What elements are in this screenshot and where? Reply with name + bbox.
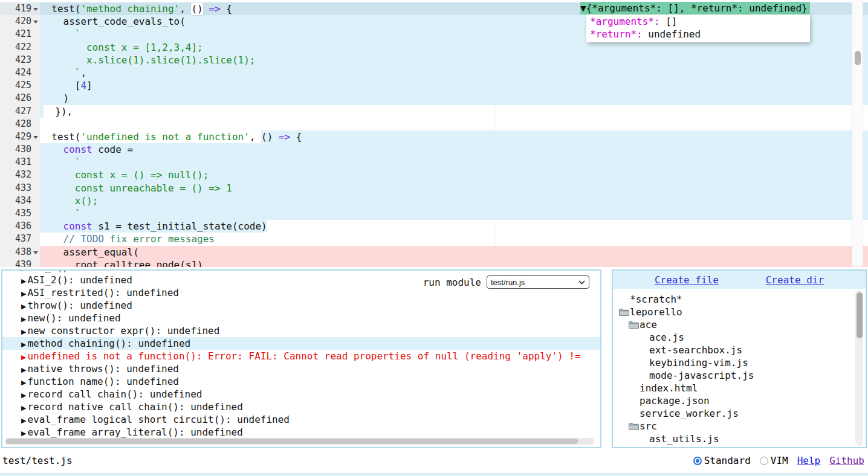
- expand-triangle-icon[interactable]: ▶: [21, 290, 26, 298]
- expand-triangle-icon[interactable]: ▶: [21, 391, 26, 399]
- radio-selected-icon[interactable]: [693, 457, 702, 465]
- test-result-item[interactable]: ▶eval_frame array_literal(): undefined: [2, 426, 600, 439]
- tree-item-folder[interactable]: src: [613, 420, 866, 433]
- tree-item-file[interactable]: ast_utils.js: [613, 433, 866, 445]
- code-line-424[interactable]: `,: [40, 66, 868, 79]
- code-line-428[interactable]: [40, 118, 868, 130]
- expand-triangle-icon[interactable]: ▶: [21, 303, 26, 310]
- output-scrollbar-thumb[interactable]: [6, 439, 578, 444]
- code-line-429[interactable]: test('undefined is not a function', () =…: [40, 130, 868, 143]
- editor-scrollbar-thumb[interactable]: [855, 51, 861, 65]
- gutter-line-434: 434: [0, 195, 40, 207]
- test-result-item[interactable]: ▶function name(): undefined: [2, 375, 600, 388]
- code-line-436[interactable]: const s1 = test_initial_state(code): [40, 220, 868, 233]
- output-horizontal-scrollbar[interactable]: [5, 438, 594, 445]
- test-result-item[interactable]: ▶eval_frame logical short circuit(): und…: [2, 413, 600, 426]
- test-result-text: eval_frame logical short circuit(): unde…: [27, 414, 289, 425]
- expand-triangle-icon[interactable]: ▶: [21, 269, 26, 272]
- code-line-435[interactable]: `: [40, 207, 868, 220]
- test-result-item[interactable]: ▶new(): undefined: [2, 312, 600, 324]
- tree-item-name: ace: [640, 318, 657, 331]
- test-result-item[interactable]: ▶new constructor expr(): undefined: [2, 324, 600, 337]
- code-line-439[interactable]: root_calltree_node(s1): [40, 259, 868, 267]
- test-result-item[interactable]: ▶record native call chain(): undefined: [2, 400, 600, 413]
- tree-item-folder[interactable]: ace: [613, 318, 866, 331]
- test-result-item[interactable]: ▶undefined is not a function(): Error: F…: [2, 350, 600, 362]
- expand-triangle-icon[interactable]: ▶: [21, 277, 26, 285]
- keybinding-radio-vim[interactable]: VIM: [760, 455, 788, 466]
- test-result-item[interactable]: ▶method chaining(): undefined: [2, 337, 600, 350]
- selected-callsite-box[interactable]: (): [191, 2, 202, 15]
- tooltip-body: *arguments*: [] *return*: undefined: [586, 14, 810, 42]
- test-result-item[interactable]: ▶native throws(): undefined: [2, 362, 600, 375]
- test-result-item[interactable]: ▶ASI_1(): undefined: [2, 269, 600, 274]
- test-result-item[interactable]: ▶throw(): undefined: [2, 299, 600, 312]
- code-token: const x = [1,2,3,4];: [40, 41, 203, 54]
- tree-item-file[interactable]: keybinding-vim.js: [613, 356, 866, 369]
- expand-triangle-icon[interactable]: ▶: [21, 341, 26, 349]
- expand-triangle-icon[interactable]: ▶: [21, 353, 26, 361]
- code-line-422[interactable]: const x = [1,2,3,4];: [40, 41, 868, 54]
- tree-item-file[interactable]: *scratch*: [613, 293, 866, 306]
- expand-triangle-icon[interactable]: ▶: [21, 417, 26, 425]
- code-line-425[interactable]: [4]: [40, 79, 868, 92]
- code-line-438[interactable]: assert_equal(: [40, 246, 868, 259]
- code-line-433[interactable]: const unreachable = () => 1: [40, 182, 868, 195]
- tree-item-file[interactable]: ace.js: [613, 331, 866, 344]
- test-result-item[interactable]: ▶record call chain(): undefined: [2, 388, 600, 400]
- file-tree-scrollbar-thumb[interactable]: [857, 292, 863, 338]
- gutter-line-433: 433: [0, 182, 40, 195]
- test-result-text: ASI_restrited(): undefined: [27, 287, 178, 298]
- github-link[interactable]: Github: [829, 455, 864, 466]
- tree-item-file[interactable]: index.html: [613, 382, 866, 394]
- code-token: {: [221, 2, 232, 15]
- create-file-link[interactable]: Create file: [655, 274, 719, 286]
- expand-triangle-icon[interactable]: ▶: [21, 366, 26, 374]
- expand-triangle-icon[interactable]: ▶: [21, 315, 26, 323]
- code-token: }),: [44, 105, 73, 118]
- tooltip-value: undefined: [643, 28, 701, 40]
- fold-arrow-icon[interactable]: [33, 251, 38, 254]
- code-token: `: [40, 66, 80, 79]
- code-token: 'method chaining': [80, 2, 180, 15]
- code-token: [203, 2, 209, 15]
- expand-triangle-icon[interactable]: ▶: [21, 404, 26, 412]
- editor-scrollbar[interactable]: [852, 0, 863, 266]
- help-link[interactable]: Help: [797, 455, 821, 466]
- gutter-line-435: 435: [0, 207, 40, 220]
- tooltip-return-row: *return*: undefined: [590, 28, 804, 40]
- fold-arrow-icon[interactable]: [33, 136, 38, 139]
- tree-item-file[interactable]: service_worker.js: [613, 407, 866, 420]
- tree-item-folder[interactable]: leporello: [613, 306, 866, 318]
- create-dir-link[interactable]: Create dir: [766, 274, 824, 286]
- tree-item-file[interactable]: ext-searchbox.js: [613, 344, 866, 356]
- output-panel[interactable]: ▶ASI_1(): undefined▶ASI_2(): undefined▶A…: [1, 269, 601, 448]
- code-token: const: [63, 220, 92, 233]
- tree-item-name: mode-javascript.js: [649, 369, 754, 382]
- code-line-427[interactable]: }),: [40, 105, 868, 118]
- keybinding-radio-standard[interactable]: Standard: [693, 455, 751, 466]
- expand-triangle-icon[interactable]: ▶: [21, 379, 26, 387]
- code-line-432[interactable]: const x = () => null();: [40, 169, 868, 181]
- tree-item-file[interactable]: mode-javascript.js: [613, 369, 866, 382]
- test-result-text: ASI_2(): undefined: [27, 274, 132, 286]
- tree-item-file[interactable]: package.json: [613, 394, 866, 407]
- fold-arrow-icon[interactable]: [33, 8, 38, 11]
- expand-triangle-icon[interactable]: ▶: [21, 429, 26, 437]
- fold-arrow-icon[interactable]: [33, 21, 38, 24]
- tooltip-header[interactable]: ▼{*arguments*: [], *return*: undefined}: [580, 2, 810, 14]
- value-tooltip: ▼{*arguments*: [], *return*: undefined} …: [580, 2, 810, 42]
- code-token: {: [290, 130, 302, 143]
- code-line-434[interactable]: x();: [40, 195, 868, 207]
- code-line-430[interactable]: const code =: [40, 143, 868, 156]
- code-token: ): [40, 92, 69, 105]
- radio-unselected-icon[interactable]: [760, 457, 768, 465]
- code-line-437[interactable]: // TODO fix error messages: [40, 233, 868, 245]
- code-line-431[interactable]: `: [40, 156, 868, 169]
- code-line-426[interactable]: ): [40, 92, 868, 105]
- run-module-select[interactable]: test/run.js: [487, 275, 589, 289]
- file-tree-scrollbar[interactable]: [855, 290, 863, 446]
- expand-triangle-icon[interactable]: ▶: [21, 328, 26, 336]
- code-line-423[interactable]: x.slice(1).slice(1).slice(1);: [40, 54, 868, 66]
- gutter-line-438: 438: [0, 246, 40, 259]
